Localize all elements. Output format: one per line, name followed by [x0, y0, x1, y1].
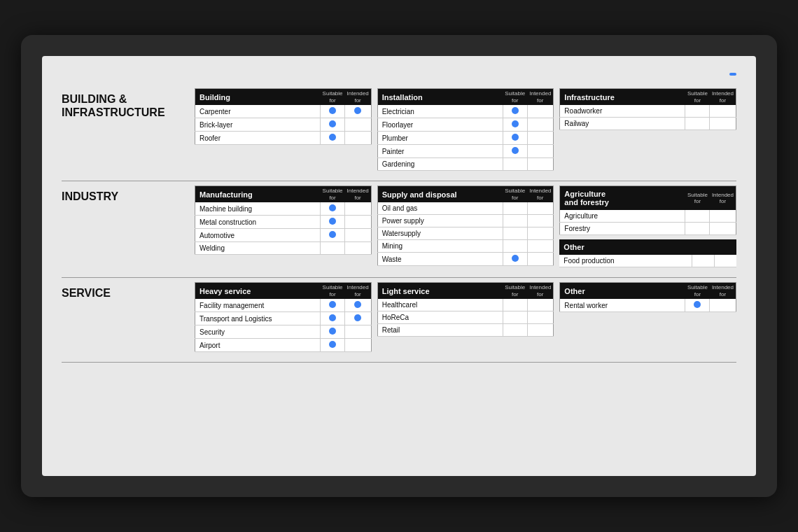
table-row: Watersupply — [377, 227, 554, 240]
segment-table: InfrastructureSuitableforIntendedforRoad… — [559, 88, 736, 130]
row-name: Rental worker — [560, 299, 685, 312]
intended-cell — [710, 210, 736, 223]
filled-dot — [329, 107, 336, 114]
row-name: Power supply — [377, 215, 503, 227]
col-intended: Intendedfor — [345, 283, 372, 300]
col-intended: Intendedfor — [527, 186, 554, 203]
row-name: Facility management — [195, 299, 321, 312]
row-name: Automotive — [195, 229, 321, 242]
intended-cell — [527, 253, 554, 266]
section-label: SERVICE — [62, 282, 188, 352]
filled-dot — [354, 314, 361, 321]
intended-cell — [527, 299, 554, 312]
segment-table: BuildingSuitableforIntendedforCarpenterB… — [195, 88, 372, 145]
intended-cell — [345, 339, 372, 352]
row-name: Roofer — [195, 132, 321, 145]
intended-cell — [527, 215, 554, 227]
row-name: Welding — [195, 242, 321, 255]
intended-cell — [710, 223, 736, 235]
col-name: Infrastructure — [560, 89, 685, 106]
filled-dot — [329, 134, 336, 141]
intended-cell — [710, 118, 736, 130]
suitable-cell — [503, 105, 527, 118]
col-name: Agricultureand forestry — [560, 186, 685, 211]
suitable-cell — [685, 118, 710, 130]
table-row: Airport — [195, 339, 372, 352]
table-row: Floorlayer — [377, 118, 554, 132]
col-suitable: Suitablefor — [685, 89, 710, 106]
segment-table: Heavy serviceSuitableforIntendedforFacil… — [195, 282, 372, 352]
table-row: Rental worker — [560, 299, 736, 312]
col-suitable: Suitablefor — [685, 186, 710, 211]
segment-table: InstallationSuitableforIntendedforElectr… — [377, 88, 554, 171]
filled-dot — [512, 120, 519, 127]
intended-cell — [710, 105, 736, 118]
table-row: Oil and gas — [377, 202, 554, 215]
table-row: Transport and Logistics — [195, 312, 372, 326]
suitable-cell — [503, 324, 527, 337]
suitable-cell — [503, 253, 527, 266]
suitable-cell — [321, 118, 345, 132]
col-intended: Intendedfor — [710, 186, 736, 211]
row-name: Machine building — [195, 202, 321, 216]
filled-dot — [354, 107, 361, 114]
row-name: Forestry — [560, 223, 685, 235]
intended-cell — [527, 118, 554, 132]
table-row: Electrician — [377, 105, 554, 118]
s1ps-badge — [729, 73, 736, 76]
filled-dot — [354, 301, 361, 308]
suitable-cell — [503, 215, 527, 227]
section-industry: INDUSTRYManufacturingSuitableforIntended… — [62, 186, 736, 267]
row-name: Gardening — [377, 158, 503, 171]
table-row: Healthcarel — [377, 299, 554, 312]
filled-dot — [512, 147, 519, 154]
filled-dot — [512, 134, 519, 141]
table-row: Agriculture — [560, 210, 736, 223]
suitable-cell — [503, 240, 527, 253]
col-name: Building — [195, 89, 321, 106]
intended-cell — [345, 132, 372, 145]
col-suitable: Suitablefor — [503, 89, 527, 106]
section-service: SERVICEHeavy serviceSuitableforIntendedf… — [62, 282, 736, 352]
intended-cell — [710, 299, 736, 312]
intended-cell — [527, 132, 554, 145]
suitable-cell — [503, 145, 527, 158]
suitable-cell — [685, 299, 710, 312]
section-divider — [62, 362, 736, 363]
col-intended: Intendedfor — [710, 283, 736, 300]
intended-cell — [345, 118, 372, 132]
intended-cell — [345, 299, 372, 312]
filled-dot — [694, 301, 701, 308]
row-name: Plumber — [377, 132, 503, 145]
table-row: Retail — [377, 324, 554, 337]
table-row: Machine building — [195, 202, 372, 216]
segment-table: Agricultureand forestrySuitableforIntend… — [559, 186, 736, 235]
row-name: Brick-layer — [195, 118, 321, 132]
header — [62, 73, 736, 77]
filled-dot — [329, 231, 336, 238]
table-row: Welding — [195, 242, 372, 255]
suitable-cell — [321, 229, 345, 242]
tables-row: ManufacturingSuitableforIntendedforMachi… — [195, 186, 736, 267]
row-name: Floorlayer — [377, 118, 503, 132]
col-name: Other — [560, 283, 685, 300]
suitable-cell — [321, 299, 345, 312]
filled-dot — [329, 301, 336, 308]
col-name: Manufacturing — [195, 186, 321, 203]
intended-cell — [345, 326, 372, 339]
table-row: Painter — [377, 145, 554, 158]
intended-cell — [527, 145, 554, 158]
suitable-cell — [321, 326, 345, 339]
tables-row: Heavy serviceSuitableforIntendedforFacil… — [195, 282, 736, 352]
suitable-cell — [503, 299, 527, 312]
intended-cell — [527, 240, 554, 253]
suitable-cell — [503, 202, 527, 215]
col-intended: Intendedfor — [345, 186, 372, 203]
section-label: BUILDING &INFRASTRUCTURE — [62, 88, 188, 171]
filled-dot — [329, 314, 336, 321]
suitable-cell — [503, 118, 527, 132]
row-name: Railway — [560, 118, 685, 130]
suitable-cell — [321, 105, 345, 118]
col-name: Installation — [377, 89, 503, 106]
filled-dot — [512, 255, 519, 262]
